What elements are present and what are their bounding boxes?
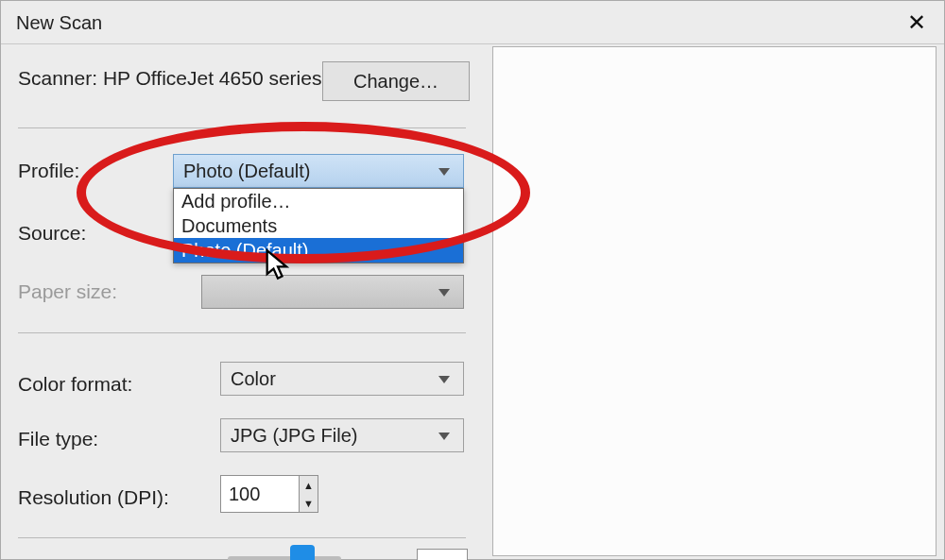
file-type-dropdown[interactable]: JPG (JPG File) <box>220 418 464 452</box>
close-icon: ✕ <box>907 9 926 35</box>
profile-dropdown-list[interactable]: Add profile… Documents Photo (Default) <box>173 188 464 263</box>
separator-1 <box>18 127 466 128</box>
resolution-label: Resolution (DPI): <box>18 486 169 509</box>
profile-option-photo-default[interactable]: Photo (Default) <box>174 238 463 263</box>
profile-option-add[interactable]: Add profile… <box>174 189 463 213</box>
color-format-value: Color <box>231 368 276 389</box>
resolution-spinner[interactable]: ▲ ▼ <box>220 475 318 513</box>
brightness-value-field[interactable] <box>417 549 468 560</box>
preview-pane <box>492 46 936 556</box>
profile-selected-value: Photo (Default) <box>183 161 311 181</box>
profile-dropdown[interactable]: Photo (Default) <box>173 154 464 188</box>
brightness-slider-track[interactable] <box>228 556 341 560</box>
titlebar: New Scan ✕ <box>1 1 944 44</box>
resolution-stepper[interactable]: ▲ ▼ <box>300 475 318 513</box>
close-button[interactable]: ✕ <box>889 1 944 44</box>
separator-3 <box>18 537 466 538</box>
spinner-down-icon[interactable]: ▼ <box>300 494 318 512</box>
profile-label: Profile: <box>18 160 79 182</box>
color-format-label: Color format: <box>18 373 132 396</box>
color-format-dropdown[interactable]: Color <box>220 362 464 396</box>
profile-option-documents[interactable]: Documents <box>174 213 463 238</box>
resolution-input[interactable] <box>220 475 300 513</box>
file-type-label: File type: <box>18 428 98 450</box>
scan-dialog: New Scan ✕ Scanner: HP OfficeJet 4650 se… <box>0 0 945 560</box>
separator-2 <box>18 332 466 333</box>
scanner-label: Scanner: <box>18 67 97 89</box>
paper-size-dropdown <box>201 275 464 309</box>
window-title: New Scan <box>16 12 102 33</box>
source-label: Source: <box>18 222 86 245</box>
file-type-value: JPG (JPG File) <box>231 425 357 446</box>
spinner-up-icon[interactable]: ▲ <box>300 476 318 494</box>
scanner-row: Scanner: HP OfficeJet 4650 series… <box>18 67 341 90</box>
paper-size-label: Paper size: <box>18 280 117 303</box>
change-scanner-button[interactable]: Change… <box>322 61 470 101</box>
brightness-slider-thumb[interactable] <box>290 545 315 560</box>
scanner-name: HP OfficeJet 4650 series… <box>103 67 342 89</box>
